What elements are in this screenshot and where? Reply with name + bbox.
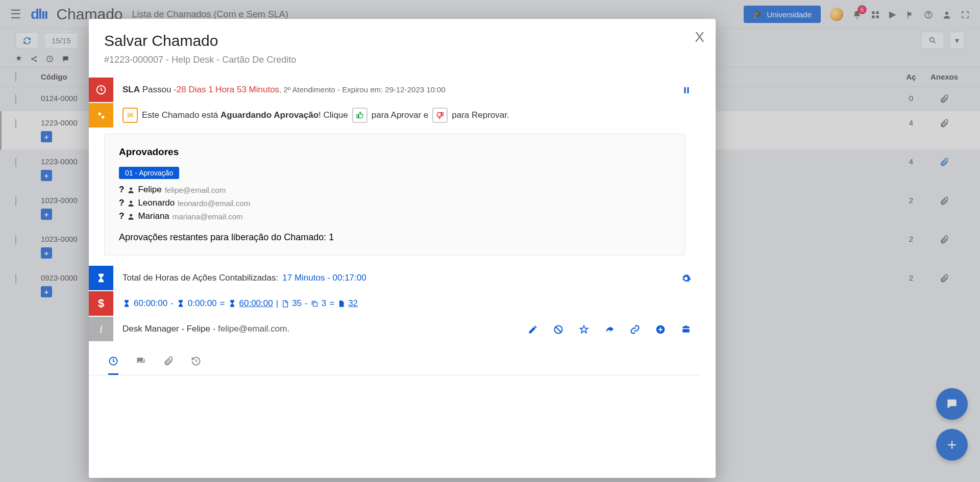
- edit-button[interactable]: [528, 323, 538, 335]
- modal-tabs: [89, 345, 700, 375]
- briefcase-button[interactable]: [681, 323, 691, 335]
- approver-item: ? Mariana mariana@email.com: [119, 210, 670, 223]
- copy-icon: [311, 300, 318, 308]
- link-button[interactable]: [630, 323, 640, 335]
- approver-item: ? Felipe felipe@email.com: [119, 183, 670, 196]
- hours-settings-button[interactable]: [681, 272, 691, 284]
- forward-button[interactable]: [604, 323, 615, 335]
- reject-button[interactable]: [432, 108, 448, 123]
- hourglass-icon: [89, 266, 113, 290]
- hours-value: 17 Minutos - 00:17:00: [282, 273, 366, 283]
- approvers-title: Aprovadores: [119, 146, 670, 158]
- hourglass-small-icon: [228, 299, 236, 308]
- sla-clock-icon: [89, 78, 113, 102]
- svg-point-18: [130, 201, 132, 204]
- pause-button[interactable]: [682, 85, 691, 95]
- cost-breakdown: 60:00:00 - 0:00:00 = 60:00:00 | 35 - 3 =…: [113, 298, 700, 309]
- approval-gears-icon: [89, 103, 113, 128]
- save-ticket-modal: X Salvar Chamado #1223-000007 - Help Des…: [89, 19, 716, 478]
- reject-tail: para Reprovar.: [452, 110, 509, 120]
- tab-history[interactable]: [108, 354, 118, 375]
- manager-row: i Desk Manager - Felipe - felipe@email.c…: [89, 317, 700, 341]
- approver-name: Leonardo: [138, 198, 175, 208]
- tab-comments[interactable]: [136, 354, 146, 375]
- approvers-panel: Aprovadores 01 - Aprovação ? Felipe feli…: [104, 134, 685, 256]
- sla-text: SLA Passou -28 Dias 1 Hora 53 Minutos, 2…: [122, 85, 446, 95]
- info-icon: i: [89, 317, 113, 341]
- envelope-icon: ✉: [122, 108, 138, 123]
- hourglass-small-icon: [122, 299, 131, 308]
- block-button[interactable]: [553, 323, 564, 335]
- person-icon: [127, 211, 135, 221]
- approver-status-icon: ?: [119, 198, 124, 208]
- tab-log[interactable]: [191, 354, 201, 375]
- approver-name: Felipe: [138, 185, 161, 195]
- approval-text: Este Chamado está Aguardando Aprovação! …: [142, 110, 348, 120]
- dollar-icon: $: [89, 291, 113, 316]
- person-icon: [127, 198, 135, 208]
- cost-net-hours-link[interactable]: 60:00:00: [239, 298, 273, 309]
- remaining-approvals: Aprovações restantes para liberação do C…: [119, 232, 670, 243]
- cost-net-count-link[interactable]: 32: [348, 298, 358, 309]
- hours-row: Total de Horas de Ações Contabilizadas: …: [89, 266, 700, 290]
- file-solid-icon: [337, 300, 345, 308]
- manager-text: Desk Manager - Felipe - felipe@email.com…: [122, 324, 289, 334]
- svg-point-17: [130, 188, 132, 190]
- add-circle-button[interactable]: [655, 323, 666, 335]
- svg-point-16: [102, 116, 105, 119]
- svg-point-15: [99, 113, 102, 116]
- modal-title: Salvar Chamado: [89, 32, 700, 49]
- tab-attachments[interactable]: [163, 354, 174, 375]
- svg-point-19: [130, 214, 132, 217]
- close-button[interactable]: X: [695, 29, 704, 45]
- cost-row: $ 60:00:00 - 0:00:00 = 60:00:00 | 35 - 3…: [89, 291, 700, 316]
- svg-rect-20: [313, 302, 317, 307]
- manager-actions: [528, 323, 691, 335]
- approve-button[interactable]: [352, 108, 368, 123]
- approver-email: leonardo@email.com: [178, 199, 250, 208]
- approver-item: ? Leonardo leonardo@email.com: [119, 196, 670, 210]
- approver-status-icon: ?: [119, 211, 124, 221]
- approver-email: felipe@email.com: [165, 186, 226, 194]
- approve-tail: para Aprovar e: [372, 110, 429, 120]
- file-icon: [281, 300, 289, 308]
- star-button[interactable]: [579, 323, 589, 335]
- approver-name: Mariana: [138, 211, 169, 221]
- hours-label: Total de Horas de Ações Contabilizadas:: [122, 273, 278, 283]
- approver-email: mariana@email.com: [173, 212, 243, 221]
- approver-status-icon: ?: [119, 185, 124, 195]
- person-icon: [127, 185, 135, 195]
- svg-rect-13: [684, 87, 686, 93]
- modal-subtitle: #1223-000007 - Help Desk - Cartão De Cre…: [89, 49, 700, 78]
- svg-rect-14: [688, 87, 689, 93]
- approval-bar: ✉ Este Chamado está Aguardando Aprovação…: [89, 103, 700, 128]
- sla-row: SLA Passou -28 Dias 1 Hora 53 Minutos, 2…: [89, 78, 700, 102]
- approval-step-chip: 01 - Aprovação: [119, 167, 179, 179]
- hourglass-small-icon: [177, 299, 185, 308]
